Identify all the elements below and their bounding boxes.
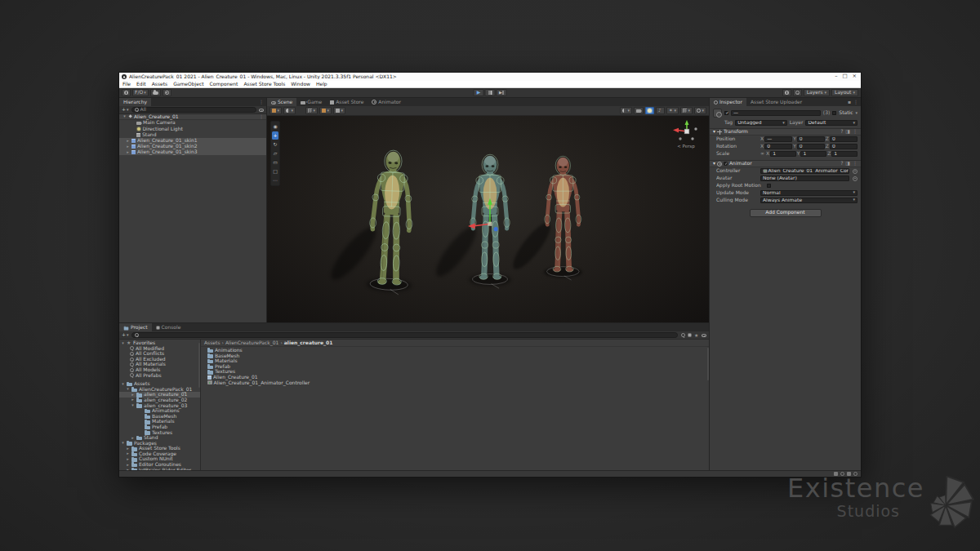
hierarchy-row[interactable]: Directional Light	[119, 126, 266, 131]
menu-edit[interactable]: Edit	[136, 82, 146, 87]
static-checkbox[interactable]	[832, 111, 836, 115]
object-picker-icon[interactable]	[853, 169, 858, 174]
culling-mode-dropdown[interactable]: Always Animate▾	[760, 198, 858, 203]
controller-object-field[interactable]: Alien_Creature_01_Animator_Controller	[760, 168, 849, 174]
layer-dropdown[interactable]: Default▾	[805, 120, 858, 126]
link-scale-icon[interactable]: ∞	[760, 151, 764, 157]
version-control-button[interactable]: F/O ▾	[132, 89, 149, 96]
update-mode-dropdown[interactable]: Normal▾	[760, 190, 858, 196]
menu-gameobject[interactable]: GameObject	[173, 82, 203, 87]
tree-scrollbar[interactable]	[198, 343, 201, 388]
static-flags-dropdown[interactable]: ▾	[855, 111, 858, 116]
tab-inspector[interactable]: Inspector	[710, 98, 746, 106]
hierarchy-row[interactable]: Main Camera	[119, 120, 266, 126]
step-button[interactable]: ▶	[497, 89, 507, 96]
hierarchy-create-button[interactable]: + ▾	[122, 107, 129, 113]
tab-scene[interactable]: Scene	[267, 98, 296, 106]
minimize-button[interactable]: –	[835, 73, 837, 79]
rotation-z-field[interactable]: 0	[830, 144, 858, 149]
project-create-button[interactable]: + ▾	[122, 332, 129, 338]
persp-label[interactable]: < Persp	[668, 144, 704, 149]
transform-header[interactable]: ▾ Transform ?◨⋮	[710, 128, 861, 136]
settings-button[interactable]	[163, 89, 172, 96]
tab-animator[interactable]: Animator	[368, 98, 405, 106]
breadcrumb-pack[interactable]: AlienCreaturePack_01	[225, 340, 278, 346]
expander-icon[interactable]: ▾	[126, 387, 130, 392]
add-component-button[interactable]: Add Component	[750, 209, 822, 217]
undo-history-button[interactable]	[782, 89, 791, 96]
custom-tool-button[interactable]: ⋯	[272, 176, 278, 184]
draw-mode-dropdown[interactable]: ▾	[270, 107, 282, 114]
increment-snap-dropdown[interactable]: ▾	[333, 107, 345, 114]
effects-dropdown[interactable]: ▾	[666, 107, 679, 114]
expander-icon[interactable]: ▸	[126, 144, 130, 149]
view-options-dropdown[interactable]: ▾	[283, 107, 296, 114]
scale-tool-button[interactable]: ▱	[272, 149, 278, 158]
position-z-field[interactable]: 0	[830, 136, 858, 142]
kebab-menu-icon[interactable]: ⋮	[853, 100, 858, 105]
list-scrollbar[interactable]	[707, 348, 710, 380]
tab-game[interactable]: Game	[296, 98, 326, 106]
transform-tool-button[interactable]: □	[272, 167, 278, 176]
play-button[interactable]: ▶	[474, 89, 484, 96]
view-tool-button[interactable]: ◉	[272, 122, 278, 131]
menu-assets[interactable]: Assets	[152, 82, 168, 87]
animator-enabled-checkbox[interactable]	[724, 162, 728, 166]
avatar-object-field[interactable]: None (Avatar)	[760, 176, 849, 181]
project-search-input[interactable]	[131, 332, 678, 338]
breadcrumb-current[interactable]: alien_creature_01	[284, 340, 333, 346]
close-button[interactable]: ×	[853, 73, 857, 79]
tab-hierarchy[interactable]: Hierarchy	[119, 98, 151, 106]
camera-settings-dropdown[interactable]: ▾	[620, 107, 632, 114]
tab-console[interactable]: Console	[152, 323, 185, 331]
asset-row[interactable]: Animations	[201, 348, 709, 353]
asset-row[interactable]: Prefab	[201, 364, 709, 370]
expander-icon[interactable]: ▸	[126, 139, 130, 144]
maximize-button[interactable]: □	[842, 73, 847, 79]
rotation-x-field[interactable]: 0	[764, 144, 792, 149]
menu-help[interactable]: Help	[316, 82, 327, 87]
kebab-menu-icon[interactable]: ⋮	[853, 129, 858, 135]
grid-visibility-dropdown[interactable]: ▾	[305, 107, 318, 114]
snap-settings-dropdown[interactable]: ▾	[319, 107, 332, 114]
orientation-gizmo[interactable]: < Persp	[668, 119, 704, 149]
layout-dropdown[interactable]: Layout ▾	[831, 89, 858, 96]
move-tool-button[interactable]: +	[272, 131, 278, 140]
tab-asset-store[interactable]: Asset Store	[326, 98, 368, 106]
scale-z-field[interactable]: 1	[831, 151, 858, 157]
hierarchy-row[interactable]: ▸ Alien_Creature_01_skin3	[119, 149, 266, 155]
editor-search-button[interactable]	[793, 89, 802, 96]
favorite-row[interactable]: All Prefabs	[119, 373, 200, 379]
expander-icon[interactable]: ▾	[121, 382, 125, 387]
asset-row[interactable]: Textures	[201, 369, 709, 375]
rotate-tool-button[interactable]: ↻	[272, 140, 278, 149]
rotation-y-field[interactable]: 0	[797, 144, 825, 149]
expander-icon[interactable]: ▸	[126, 457, 130, 462]
expander-icon[interactable]: ▾	[121, 441, 125, 446]
search-by-label-icon[interactable]	[688, 334, 692, 337]
breadcrumb-assets[interactable]: Assets	[204, 340, 220, 346]
hidden-packages-icon[interactable]	[702, 334, 706, 337]
expander-icon[interactable]: ▾	[131, 403, 135, 408]
asset-row[interactable]: BaseMesh	[201, 353, 709, 359]
scale-y-field[interactable]: 1	[800, 151, 826, 157]
menu-window[interactable]: Window	[291, 82, 310, 87]
account-button[interactable]	[122, 89, 131, 96]
preset-icon[interactable]: ◨	[845, 161, 850, 167]
scene-root-row[interactable]: ▾ Alien_Creature_01 ⋮	[119, 114, 266, 120]
kebab-menu-icon[interactable]: ⋮	[259, 114, 266, 119]
object-picker-icon[interactable]	[853, 176, 858, 181]
position-y-field[interactable]: 0	[797, 136, 825, 142]
gizmos-dropdown[interactable]: ▾	[694, 107, 706, 114]
rect-tool-button[interactable]: ▭	[272, 158, 278, 167]
asset-row[interactable]: Materials	[201, 358, 709, 364]
preset-icon[interactable]: ◨	[845, 129, 850, 135]
panel-menu-icon[interactable]: ⋮	[259, 100, 264, 105]
animator-header[interactable]: ▾ Animator ?◨⋮	[710, 160, 861, 167]
layers-dropdown[interactable]: Layers ▾	[804, 89, 830, 96]
kebab-menu-icon[interactable]: ⋮	[853, 161, 858, 167]
save-search-icon[interactable]	[694, 333, 699, 338]
tab-asset-store-uploader[interactable]: Asset Store Uploader	[746, 98, 806, 106]
asset-row[interactable]: Alien_Creature_01_Animator_Controller	[201, 380, 709, 386]
scale-x-field[interactable]: 1	[770, 151, 796, 157]
